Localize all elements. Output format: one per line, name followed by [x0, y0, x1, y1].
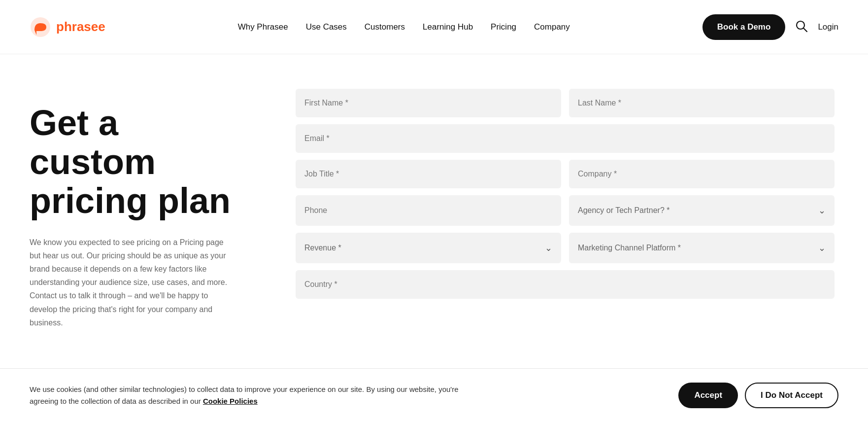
contact-form: Agency or Tech Partner? * ⌄ Revenue * ⌄ … [296, 84, 838, 306]
search-icon[interactable] [795, 20, 808, 35]
nav-customers[interactable]: Customers [365, 22, 405, 32]
form-scroll-area[interactable]: Agency or Tech Partner? * ⌄ Revenue * ⌄ … [296, 89, 838, 306]
jobtitle-company-row [296, 160, 835, 188]
hero-left: Get a custom pricing plan We know you ex… [30, 84, 266, 329]
phone-input[interactable] [296, 195, 561, 226]
job-title-input[interactable] [296, 160, 561, 188]
svg-line-2 [803, 28, 807, 32]
revenue-label: Revenue * [304, 244, 341, 252]
marketing-channel-chevron-icon: ⌄ [818, 243, 826, 253]
main-content: Get a custom pricing plan We know you ex… [0, 54, 868, 375]
phrasee-logo-icon [30, 16, 51, 38]
email-row [296, 124, 835, 153]
hero-line2: custom [30, 142, 156, 181]
nav-use-cases[interactable]: Use Cases [306, 22, 347, 32]
agency-select[interactable]: Agency or Tech Partner? * ⌄ [569, 195, 835, 226]
nav-company[interactable]: Company [534, 22, 570, 32]
revenue-channel-row: Revenue * ⌄ Marketing Channel Platform *… [296, 233, 835, 263]
login-link[interactable]: Login [818, 22, 838, 32]
hero-line1: Get a [30, 103, 118, 142]
hero-headline: Get a custom pricing plan [30, 104, 266, 221]
nav-why-phrasee[interactable]: Why Phrasee [238, 22, 288, 32]
first-name-input[interactable] [296, 89, 561, 117]
hero-line3: pricing plan [30, 181, 231, 220]
nav-learning-hub[interactable]: Learning Hub [423, 22, 473, 32]
marketing-channel-label: Marketing Channel Platform * [578, 244, 681, 252]
book-demo-button[interactable]: Book a Demo [702, 14, 786, 40]
hero-subtext: We know you expected to see pricing on a… [30, 236, 236, 329]
company-input[interactable] [569, 160, 835, 188]
revenue-select[interactable]: Revenue * ⌄ [296, 233, 561, 263]
name-row [296, 89, 835, 117]
logo[interactable]: phrasee [30, 16, 105, 38]
country-input[interactable] [296, 270, 835, 299]
nav-pricing[interactable]: Pricing [491, 22, 516, 32]
logo-text: phrasee [56, 19, 105, 35]
revenue-chevron-icon: ⌄ [545, 243, 552, 253]
nav-links: Why Phrasee Use Cases Customers Learning… [238, 22, 570, 32]
country-row [296, 270, 835, 299]
cookie-banner: We use cookies (and other similar techno… [0, 368, 868, 375]
last-name-input[interactable] [569, 89, 835, 117]
email-input[interactable] [296, 124, 835, 153]
nav-right: Book a Demo Login [702, 14, 838, 40]
phone-agency-row: Agency or Tech Partner? * ⌄ [296, 195, 835, 226]
agency-chevron-icon: ⌄ [818, 205, 826, 216]
navbar: phrasee Why Phrasee Use Cases Customers … [0, 0, 868, 54]
agency-label: Agency or Tech Partner? * [578, 206, 669, 215]
marketing-channel-select[interactable]: Marketing Channel Platform * ⌄ [569, 233, 835, 263]
